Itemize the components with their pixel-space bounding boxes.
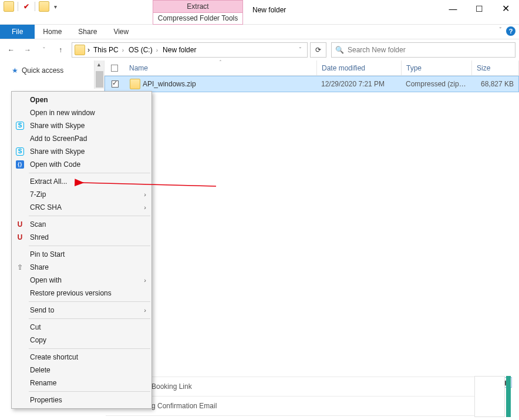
file-date-cell: 12/29/2020 7:21 PM [316,80,401,88]
chevron-right-icon[interactable]: › [87,46,90,54]
column-name[interactable]: Nameˆ [124,61,317,75]
menu-copy[interactable]: Copy [12,334,151,347]
menu-crc-sha[interactable]: CRC SHA› [12,201,151,214]
list-item[interactable]: g Confirmation Email› [106,396,496,415]
column-headers: Nameˆ Date modified Type Size [105,61,519,76]
quick-access-label: Quick access [22,66,63,75]
background-decoration [474,376,505,417]
select-all-checkbox[interactable] [105,65,124,72]
skype-icon: S [16,122,24,130]
chevron-right-icon: › [144,277,146,284]
menu-open[interactable]: Open [12,93,151,106]
menu-open-new-window[interactable]: Open in new window [12,106,151,119]
search-input[interactable]: 🔍 Search New folder [331,42,515,58]
menu-shred[interactable]: UShred [12,231,151,244]
view-tab[interactable]: View [105,25,137,39]
separator [18,2,18,11]
contextual-tab[interactable]: Extract Compressed Folder Tools [153,0,243,25]
menu-separator [29,216,150,216]
menu-share-skype[interactable]: SShare with Skype [12,145,151,158]
back-button[interactable]: ← [4,42,19,58]
contextual-tab-sublabel[interactable]: Compressed Folder Tools [153,12,242,24]
svg-line-1 [82,183,216,186]
star-icon: ★ [12,66,18,75]
menu-separator [29,173,150,173]
share-icon: ⇪ [15,263,25,272]
close-button[interactable]: ✕ [493,0,519,17]
menu-separator [29,246,150,246]
menu-separator [29,391,150,392]
menu-pin-start[interactable]: Pin to Start [12,248,151,261]
column-type[interactable]: Type [402,61,472,75]
help-icon[interactable]: ? [506,26,515,36]
menu-delete[interactable]: Delete [12,364,151,377]
chevron-right-icon: › [144,191,146,198]
ribbon-collapse-icon[interactable]: ˇ [500,27,501,33]
menu-add-screenpad[interactable]: Add to ScreenPad [12,132,151,145]
menu-separator [29,318,150,319]
window-title: New folder [252,6,286,14]
new-folder-icon[interactable] [39,1,49,12]
window-buttons: — ☐ ✕ [440,0,519,17]
mcafee-icon: U [15,233,25,242]
address-bar[interactable]: › This PC› OS (C:)› New folder ˇ [72,42,308,58]
search-placeholder: Search New folder [348,46,406,54]
chevron-down-icon[interactable]: ▾ [52,4,59,10]
recent-locations-icon[interactable]: ˇ [36,42,52,58]
context-menu: Open Open in new window SShare with Skyp… [11,91,152,409]
chevron-right-icon[interactable]: › [155,47,159,53]
menu-share-skype[interactable]: SShare with Skype [12,119,151,132]
zip-icon [130,79,140,89]
menu-open-code[interactable]: ⟨⟩Open with Code [12,158,151,171]
menu-share[interactable]: ⇪Share [12,261,151,274]
background-decoration [506,376,511,417]
search-icon: 🔍 [335,46,344,54]
forward-button[interactable]: → [20,42,35,58]
ribbon: File Home Share View ˇ ? [0,25,519,39]
breadcrumb[interactable]: This PC› [92,46,125,54]
annotation-arrow [76,179,223,190]
home-tab[interactable]: Home [35,25,70,39]
menu-create-shortcut[interactable]: Create shortcut [12,351,151,364]
skype-icon: S [16,147,24,156]
quick-access-toolbar: ✔ ▾ [0,0,63,13]
background-partial-list: Booking Link› g Confirmation Email› Colo… [106,377,496,420]
column-size[interactable]: Size [472,61,519,75]
mcafee-icon: U [15,220,25,229]
menu-open-with[interactable]: Open with› [12,274,151,287]
folder-icon[interactable] [4,1,14,12]
share-tab[interactable]: Share [70,25,105,39]
address-dropdown-icon[interactable]: ˇ [296,47,305,53]
chevron-right-icon: › [144,204,146,211]
file-list: Nameˆ Date modified Type Size API_window… [105,61,519,384]
menu-cut[interactable]: Cut [12,321,151,334]
list-item: Color Legend [106,415,496,420]
menu-separator [29,348,150,349]
vscode-icon: ⟨⟩ [16,160,24,169]
up-button[interactable]: ↑ [53,42,68,58]
menu-scan[interactable]: UScan [12,218,151,231]
breadcrumb[interactable]: New folder [161,46,197,54]
file-tab[interactable]: File [0,25,35,39]
navigation-row: ← → ˇ ↑ › This PC› OS (C:)› New folder ˇ… [0,39,519,61]
chevron-right-icon[interactable]: › [121,47,125,53]
row-checkbox[interactable] [105,80,125,88]
menu-properties[interactable]: Properties [12,394,151,406]
file-name-cell[interactable]: API_windows.zip [125,79,316,89]
minimize-button[interactable]: — [440,0,466,17]
menu-rename[interactable]: Rename [12,377,151,389]
column-date[interactable]: Date modified [317,61,402,75]
scrollbar[interactable] [94,61,104,89]
properties-icon[interactable]: ✔ [22,2,31,11]
file-row[interactable]: API_windows.zip 12/29/2020 7:21 PM Compr… [105,76,519,92]
refresh-button[interactable]: ⟳ [310,42,326,58]
sort-asc-icon: ˆ [220,59,221,65]
file-size-cell: 68,827 KB [471,80,518,88]
quick-access-item[interactable]: ★ Quick access [0,64,104,77]
breadcrumb[interactable]: OS (C:)› [127,46,159,54]
folder-icon [75,45,85,55]
menu-send-to[interactable]: Send to› [12,304,151,317]
list-item[interactable]: Booking Link› [106,377,496,396]
menu-restore-versions[interactable]: Restore previous versions [12,287,151,300]
maximize-button[interactable]: ☐ [466,0,493,17]
